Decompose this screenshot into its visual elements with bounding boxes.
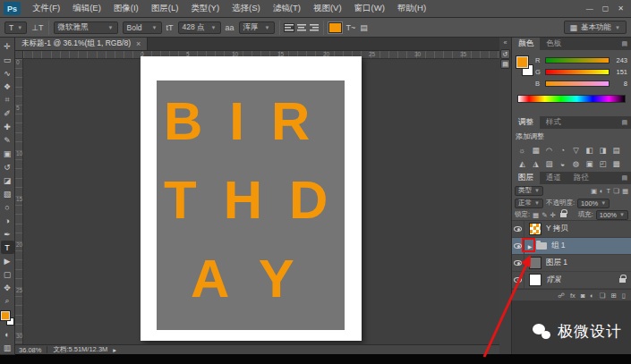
- lock-transparency-icon[interactable]: ▦: [533, 211, 539, 219]
- adjustment-icon[interactable]: ◠: [542, 143, 556, 157]
- color-value[interactable]: 243: [613, 56, 627, 64]
- crop-tool[interactable]: ⌗: [1, 93, 14, 106]
- lasso-tool[interactable]: ∿: [1, 66, 14, 80]
- panel-tab[interactable]: 颜色: [512, 38, 540, 50]
- menu-item[interactable]: 文件(F): [26, 0, 66, 17]
- minimize-icon[interactable]: —: [586, 4, 593, 13]
- layers-footer-icon[interactable]: ▯: [622, 292, 626, 300]
- quick-selection-tool[interactable]: ❖: [1, 80, 14, 93]
- screen-mode-icon[interactable]: ▥: [1, 341, 14, 354]
- layer-filter-dropdown[interactable]: 类型▼: [515, 186, 543, 196]
- adjustment-icon[interactable]: ▽: [569, 143, 583, 157]
- eraser-tool[interactable]: ◪: [1, 174, 14, 187]
- toggle-panels-icon[interactable]: ▤: [360, 23, 368, 32]
- menu-item[interactable]: 编辑(E): [66, 0, 107, 17]
- quick-mask-icon[interactable]: ◐: [1, 327, 14, 341]
- color-slider[interactable]: [545, 57, 610, 63]
- history-brush-tool[interactable]: ↺: [1, 160, 14, 174]
- eye-icon[interactable]: [514, 277, 522, 283]
- close-tab-icon[interactable]: ×: [136, 39, 141, 48]
- fill-dropdown[interactable]: 100%▼: [596, 210, 628, 220]
- pen-tool[interactable]: ✒: [1, 227, 14, 241]
- color-slider[interactable]: [545, 69, 610, 75]
- adjustment-icon[interactable]: ☼: [516, 143, 529, 157]
- layer-filter-icon[interactable]: ▣: [591, 187, 597, 195]
- layers-footer-icon[interactable]: ⊞: [611, 292, 617, 300]
- color-slider[interactable]: [545, 80, 610, 87]
- menu-item[interactable]: 视图(V): [307, 0, 348, 17]
- panel-tab[interactable]: 图层: [512, 172, 540, 184]
- status-menu-arrow-icon[interactable]: ▸: [113, 346, 116, 354]
- adjustment-icon[interactable]: ◔: [556, 143, 569, 157]
- align-right-icon[interactable]: [310, 24, 319, 31]
- align-center-icon[interactable]: [297, 24, 306, 31]
- zoom-tool[interactable]: ⌕: [1, 294, 14, 308]
- layers-footer-icon[interactable]: ◐: [590, 292, 594, 300]
- font-family-dropdown[interactable]: 微软雅黑▼: [54, 21, 118, 34]
- layer-thumbnail[interactable]: [529, 274, 541, 286]
- panel-tab[interactable]: 色板: [540, 38, 567, 50]
- panel-tab[interactable]: 通道: [540, 172, 567, 184]
- layer-thumbnail[interactable]: [529, 257, 541, 269]
- color-spectrum-ramp[interactable]: [517, 95, 626, 103]
- eye-icon[interactable]: [514, 226, 522, 232]
- layer-row[interactable]: 图层 1: [512, 255, 631, 272]
- panel-tab[interactable]: 调整: [512, 116, 540, 129]
- visibility-cell[interactable]: [512, 255, 524, 271]
- adjustment-icon[interactable]: ◧: [583, 143, 596, 157]
- menu-item[interactable]: 图像(I): [107, 0, 145, 17]
- lock-pixels-icon[interactable]: ✎: [541, 211, 547, 219]
- workspace-switcher[interactable]: ▦ 基本功能 ▼: [564, 21, 627, 34]
- color-value[interactable]: 151: [613, 68, 627, 76]
- layers-footer-icon[interactable]: fx: [570, 292, 576, 300]
- healing-brush-tool[interactable]: ✚: [1, 120, 14, 133]
- move-tool[interactable]: ✛: [1, 39, 14, 53]
- warp-text-icon[interactable]: T~: [346, 23, 356, 32]
- layer-name[interactable]: Y 拷贝: [546, 224, 568, 234]
- layer-name[interactable]: 背景: [546, 275, 561, 285]
- layers-footer-icon[interactable]: ☍: [558, 292, 565, 300]
- panel-tab[interactable]: 路径: [567, 172, 595, 184]
- blend-mode-dropdown[interactable]: 正常▼: [515, 199, 543, 208]
- adjustment-icon[interactable]: ◭: [516, 157, 529, 170]
- layers-footer-icon[interactable]: ◙: [581, 292, 585, 300]
- document-page[interactable]: BIRTHDAY: [141, 56, 362, 341]
- text-color-swatch[interactable]: [328, 22, 342, 33]
- marquee-tool[interactable]: ▭: [1, 53, 14, 66]
- color-value[interactable]: 8: [613, 80, 627, 88]
- dodge-tool[interactable]: ◑: [1, 214, 14, 227]
- font-style-dropdown[interactable]: Bold▼: [123, 21, 162, 34]
- hand-tool[interactable]: ✥: [1, 281, 14, 294]
- font-size-dropdown[interactable]: 428 点▼: [178, 21, 221, 34]
- visibility-cell[interactable]: [512, 221, 524, 237]
- lock-all-icon[interactable]: [560, 213, 567, 217]
- menu-item[interactable]: 窗口(W): [348, 0, 391, 17]
- eye-icon[interactable]: [514, 260, 522, 266]
- layer-name[interactable]: 图层 1: [546, 258, 567, 268]
- adjustment-icon[interactable]: ▣: [583, 157, 596, 170]
- menu-item[interactable]: 帮助(H): [391, 0, 432, 17]
- layer-row-background[interactable]: 背景: [512, 272, 631, 289]
- adjustment-icon[interactable]: ▦: [529, 143, 542, 157]
- adjustment-icon[interactable]: ◰: [596, 157, 610, 170]
- layer-thumbnail[interactable]: [529, 223, 541, 235]
- visibility-cell[interactable]: [512, 272, 524, 288]
- layer-row[interactable]: Y 拷贝: [512, 221, 631, 238]
- layer-filter-icon[interactable]: ▦: [622, 187, 628, 195]
- adjustment-icon[interactable]: ◮: [529, 157, 542, 170]
- adjustment-icon[interactable]: ◍: [569, 157, 583, 170]
- path-selection-tool[interactable]: ▶: [1, 254, 14, 267]
- tool-preset-dropdown[interactable]: T▼: [4, 21, 27, 34]
- layer-name[interactable]: 组 1: [551, 241, 566, 251]
- document-tab[interactable]: 未标题-1 @ 36.1%(组 1, RGB/8) ×: [15, 38, 148, 50]
- history-panel-icon[interactable]: ↺: [500, 49, 510, 59]
- opacity-dropdown[interactable]: 100%▼: [577, 199, 610, 208]
- eye-icon[interactable]: [514, 243, 522, 249]
- adjustment-icon[interactable]: ▩: [610, 157, 623, 170]
- menu-item[interactable]: 图层(L): [145, 0, 185, 17]
- panel-menu-icon[interactable]: ▤: [621, 172, 631, 184]
- brush-tool[interactable]: ✎: [1, 133, 14, 147]
- collapse-panels-icon[interactable]: «: [504, 39, 507, 46]
- adjustment-icon[interactable]: ◒: [556, 157, 569, 170]
- foreground-color-swatch[interactable]: [1, 311, 10, 320]
